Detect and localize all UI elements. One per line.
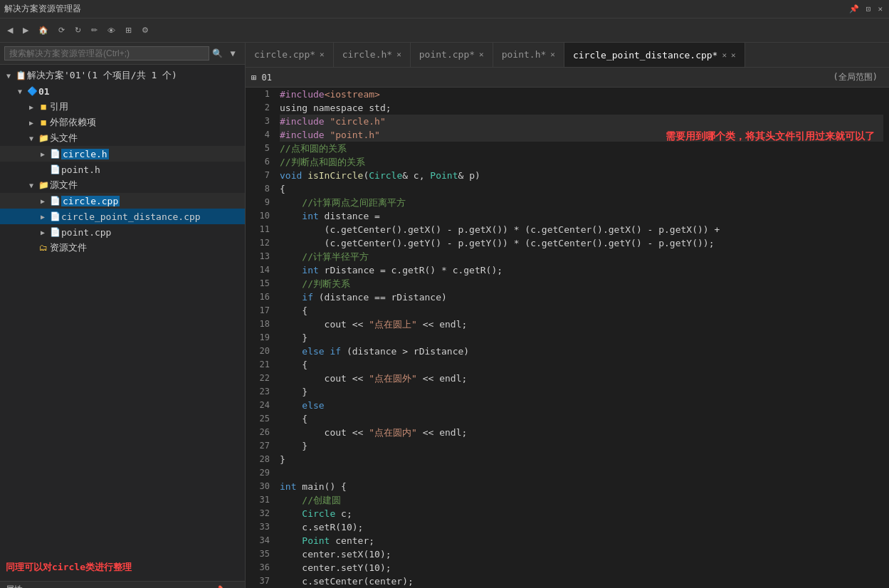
project-icon: 🔷	[26, 86, 38, 96]
token-plain: distance =	[319, 209, 380, 223]
line-number: 32	[246, 507, 270, 520]
settings-btn[interactable]: ⚙	[139, 24, 152, 36]
token-plain: {	[280, 304, 307, 317]
tree-item-circle-cpp[interactable]: ▶ 📄 circle.cpp	[0, 193, 245, 209]
code-line: cout << "点在圆内" << endl;	[280, 426, 883, 439]
tab-circle-point-distance-cpp[interactable]: circle_point_distance.cpp* ✕ ✕	[564, 43, 745, 67]
properties-float-icon[interactable]: ⊡	[226, 585, 231, 589]
tree-item-solution[interactable]: ▼ 📋 解决方案'01'(1 个项目/共 1 个)	[0, 68, 245, 83]
tree-item-refs[interactable]: ▶ ■ 引用	[0, 99, 245, 115]
line-number: 21	[246, 358, 270, 372]
line-number: 8	[246, 182, 270, 196]
token-plain: c.setCenter(center);	[280, 574, 414, 588]
tab-point-cpp[interactable]: point.cpp* ✕	[411, 43, 493, 67]
token-type: Point	[302, 534, 330, 547]
tree-item-point-cpp[interactable]: ▶ 📄 point.cpp	[0, 224, 245, 240]
token-pp: #include	[280, 128, 330, 142]
properties-close-icon[interactable]: ✕	[234, 585, 239, 589]
point-cpp-label: point.cpp	[61, 227, 111, 238]
tab-circle-h-close[interactable]: ✕	[396, 50, 401, 59]
tree-item-sources[interactable]: ▼ 📁 源文件	[0, 177, 245, 193]
token-kw: else if	[302, 345, 341, 358]
tab-circle-cpp[interactable]: circle.cpp* ✕	[246, 43, 334, 67]
line-number: 37	[246, 574, 270, 588]
extdeps-arrow: ▶	[26, 119, 37, 127]
refresh-btn[interactable]: ↻	[72, 24, 84, 36]
home-btn[interactable]: 🏠	[36, 24, 51, 36]
token-plain: }	[280, 439, 307, 453]
token-plain	[280, 507, 302, 520]
token-str: "点在圆内"	[369, 426, 417, 439]
token-plain: cout <<	[280, 372, 369, 385]
properties-pin-icon[interactable]: 📌	[213, 585, 223, 589]
code-line: }	[280, 331, 883, 345]
tab-point-h-close[interactable]: ✕	[550, 50, 555, 59]
tab-circle-h[interactable]: circle.h* ✕	[334, 43, 411, 67]
code-line: if (distance == rDistance)	[280, 290, 883, 304]
tab-point-h-label: point.h*	[502, 49, 547, 60]
tab-cpd-pin[interactable]: ✕	[731, 51, 736, 60]
toolbar-row1: 解决方案资源管理器 📌 ⊡ ✕	[0, 0, 889, 19]
properties-panel: 属性 📌 ⊡ ✕ ⊞ ⇅ 🔍	[0, 581, 245, 588]
tree-item-headers[interactable]: ▼ 📁 头文件	[0, 130, 245, 146]
view-btn[interactable]: 👁	[105, 25, 118, 36]
line-number: 16	[246, 290, 270, 304]
forward-btn[interactable]: ▶	[20, 24, 31, 36]
tree-item-project[interactable]: ▼ 🔷 01	[0, 83, 245, 99]
back-btn[interactable]: ◀	[4, 24, 16, 36]
sync-btn[interactable]: ⟳	[56, 24, 68, 36]
token-plain: }	[280, 453, 285, 466]
edit-btn[interactable]: ✏	[88, 24, 100, 36]
line-number: 11	[246, 223, 270, 236]
solution-label: 解决方案'01'(1 个项目/共 1 个)	[27, 69, 177, 82]
token-type: Circle	[369, 169, 402, 182]
token-cmt-zh: //判断关系	[280, 277, 350, 290]
tree-item-point-h[interactable]: 📄 point.h	[0, 162, 245, 177]
filter-btn[interactable]: ⊞	[122, 24, 135, 36]
pin-icon[interactable]: 📌	[847, 4, 861, 14]
token-inc: "point.h"	[330, 128, 379, 142]
token-plain: c;	[335, 507, 352, 520]
tab-cpd-label: circle_point_distance.cpp*	[573, 50, 718, 61]
tree-item-circle-h[interactable]: ▶ 📄 circle.h	[0, 146, 245, 162]
line-number: 7	[246, 169, 270, 182]
token-plain: }	[280, 385, 307, 399]
token-plain	[280, 263, 302, 277]
token-plain: {	[280, 358, 307, 372]
tree-item-resources[interactable]: 🗂 资源文件	[0, 240, 245, 256]
code-line: int rDistance = c.getR() * c.getR();	[280, 263, 883, 277]
search-input[interactable]	[4, 46, 209, 61]
tab-point-h[interactable]: point.h* ✕	[493, 43, 564, 67]
tree-item-cpd-cpp[interactable]: ▶ 📄 circle_point_distance.cpp	[0, 209, 245, 224]
line-number: 22	[246, 372, 270, 385]
search-icon[interactable]: 🔍	[209, 46, 225, 61]
tab-cpd-close[interactable]: ✕	[722, 51, 727, 60]
tab-circle-cpp-close[interactable]: ✕	[320, 50, 325, 59]
tab-point-cpp-close[interactable]: ✕	[479, 50, 484, 59]
token-type: Circle	[302, 507, 335, 520]
toolbar-icons: 📌 ⊡ ✕	[847, 4, 885, 14]
float-icon[interactable]: ⊡	[864, 4, 873, 14]
code-line: #include "point.h"	[280, 128, 883, 142]
headers-icon: 📁	[37, 133, 50, 143]
code-line: int main() {	[280, 480, 883, 493]
token-plain: (c.getCenter().getX() - p.getX()) * (c.g…	[280, 223, 720, 236]
token-plain: << endl;	[417, 372, 467, 385]
tree-item-extdeps[interactable]: ▶ ■ 外部依赖项	[0, 115, 245, 130]
toolbar-row2: ◀ ▶ 🏠 ⟳ ↻ ✏ 👁 ⊞ ⚙	[0, 19, 889, 42]
token-pp: #include	[280, 115, 330, 128]
token-plain	[280, 290, 302, 304]
token-plain: << endl;	[417, 317, 467, 331]
code-content[interactable]: #include<iostream>using namespace std;#i…	[274, 88, 889, 588]
line-number: 24	[246, 399, 270, 412]
code-path: ⊞ 01	[251, 73, 828, 83]
token-plain	[280, 209, 302, 223]
circle-cpp-label: circle.cpp	[61, 196, 120, 206]
sidebar-top: 🔍 ▼ ▼ 📋 解决方案'01'(1 个项目/共 1 个) ▼	[0, 43, 245, 581]
token-plain: center.setY(10);	[280, 561, 391, 574]
code-line: else	[280, 399, 883, 412]
close-icon[interactable]: ✕	[875, 4, 885, 14]
code-line: //判断关系	[280, 277, 883, 290]
search-options-icon[interactable]: ▼	[225, 46, 241, 61]
cpd-cpp-label: circle_point_distance.cpp	[61, 211, 201, 222]
